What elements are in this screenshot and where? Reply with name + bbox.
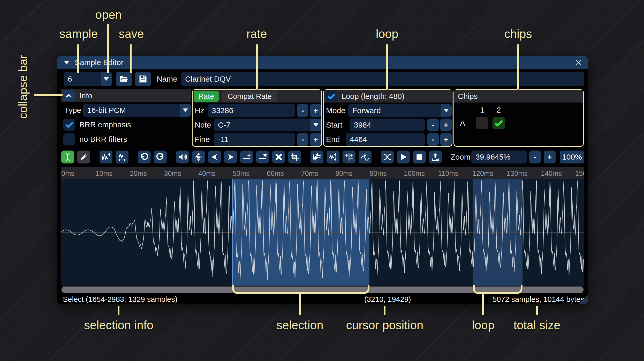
timeline-ruler[interactable]: 0ms10ms20ms30ms40ms50ms60ms70ms80ms90ms1…: [61, 167, 584, 179]
loop-end-input[interactable]: 4464: [346, 133, 425, 146]
waveform-canvas[interactable]: [61, 179, 584, 286]
stop-icon: [415, 153, 424, 161]
pencil-icon: [79, 153, 88, 161]
annotation-save: save: [119, 27, 144, 41]
toolbar-button-resize[interactable]: [100, 151, 112, 163]
window-collapse-icon[interactable]: [64, 61, 70, 65]
toolbar-button-apply-filter[interactable]: [359, 151, 372, 163]
fine-input[interactable]: -11: [214, 133, 295, 146]
annotation-loop-bottom: loop: [472, 318, 495, 332]
rate-tab-button[interactable]: Rate: [194, 91, 219, 102]
fine-plus-button[interactable]: +: [310, 133, 321, 146]
toolbar-button-insert-silence[interactable]: [240, 151, 253, 163]
zoom-reset-button[interactable]: 100%: [560, 151, 584, 163]
toolbar-button-undo[interactable]: [138, 151, 151, 163]
compat-rate-tab-button[interactable]: Compat Rate: [222, 91, 277, 102]
collapse-info-button[interactable]: [63, 90, 75, 101]
hz-input[interactable]: 33286: [208, 104, 295, 117]
check-icon: [494, 119, 503, 128]
toolbar-button-resample[interactable]: [116, 151, 128, 163]
sample-number-value: 6: [64, 72, 101, 86]
chevron-down-icon[interactable]: [180, 104, 191, 117]
chevron-down-icon[interactable]: [310, 119, 321, 131]
toolbar-button-fade-in[interactable]: [208, 151, 221, 163]
hz-minus-button[interactable]: -: [297, 104, 308, 117]
chip-a1-checkbox[interactable]: [476, 117, 488, 129]
hz-plus-button[interactable]: +: [310, 104, 321, 117]
save-sample-button[interactable]: [135, 72, 151, 86]
open-sample-button[interactable]: [116, 72, 132, 86]
chevron-down-icon[interactable]: [101, 72, 112, 86]
chevron-down-icon[interactable]: [441, 104, 452, 117]
annotation-line: [536, 306, 538, 315]
insert-silence-icon: [242, 153, 251, 161]
toolbar-button-signed-unsigned[interactable]: [343, 151, 355, 163]
toolbar-button-fade-out[interactable]: [224, 151, 237, 163]
window-title: Sample Editor: [75, 58, 123, 67]
annotation-loop: loop: [376, 27, 398, 41]
zoom-label: Zoom: [451, 151, 471, 163]
toolbar-button-preview[interactable]: [397, 151, 410, 163]
scrollbar-track[interactable]: [61, 286, 584, 293]
toolbar-button-stop-preview[interactable]: [413, 151, 426, 163]
annotation-selection: selection: [276, 318, 323, 332]
ruler-tick: 110ms: [438, 170, 459, 178]
loop-mode-select[interactable]: Forward: [348, 104, 452, 117]
chip-a2-checkbox[interactable]: [493, 117, 505, 129]
toolbar-button-invert[interactable]: [327, 151, 339, 163]
toolbar-button-amplify[interactable]: [176, 151, 189, 163]
loop-end-plus-button[interactable]: +: [440, 133, 452, 146]
toolbar-button-normalize[interactable]: [192, 151, 205, 163]
toolbar-button-trim[interactable]: [288, 151, 301, 163]
annotation-rate: rate: [246, 27, 267, 41]
sample-name-input[interactable]: Clarinet DQV: [181, 72, 584, 86]
toolbar-button-redo[interactable]: [154, 151, 167, 163]
loop-end-minus-button[interactable]: -: [427, 133, 439, 146]
annotation-sample: sample: [59, 27, 98, 41]
toolbar-button-reverse[interactable]: [310, 151, 323, 163]
close-button[interactable]: [573, 57, 584, 68]
annotation-line: [118, 306, 119, 315]
toolbar-button-apply-silence[interactable]: [256, 151, 269, 163]
upload-icon: [431, 153, 440, 161]
zoom-in-button[interactable]: +: [544, 151, 556, 163]
toolbar-button-select-mode[interactable]: [61, 151, 74, 163]
fade-in-icon: [210, 153, 219, 161]
brr-emphasis-checkbox[interactable]: [63, 119, 75, 131]
info-panel: Info Type 16-bit PCM BRR emphasis n: [61, 89, 191, 147]
waveform-display[interactable]: [61, 179, 584, 286]
resize-icon: [102, 153, 110, 161]
reverse-icon: [313, 153, 321, 161]
sample-name-value: Clarinet DQV: [185, 75, 231, 83]
loop-start-minus-button[interactable]: -: [427, 119, 439, 131]
note-select[interactable]: C-7: [214, 119, 321, 131]
status-separator: [361, 295, 361, 303]
no-brr-filters-checkbox[interactable]: [63, 133, 75, 145]
loop-mode-label: Mode: [326, 104, 345, 117]
sample-type-select[interactable]: 16-bit PCM: [83, 104, 191, 117]
title-bar[interactable]: Sample Editor: [57, 56, 588, 69]
note-value: C-7: [214, 119, 310, 131]
toolbar-button-crossfade-loop[interactable]: [381, 151, 394, 163]
sample-number-select[interactable]: 6: [64, 72, 112, 86]
zoom-input[interactable]: 39.9645%: [471, 151, 527, 163]
toolbar-button-delete[interactable]: [272, 151, 285, 163]
rate-header: Rate Compat Rate: [193, 90, 321, 103]
toolbar-button-draw-mode[interactable]: [77, 151, 90, 163]
loop-start-plus-button[interactable]: +: [440, 119, 452, 131]
loop-start-input[interactable]: 3984: [350, 119, 425, 131]
fine-minus-button[interactable]: -: [297, 133, 308, 146]
toolbar-button-create-wavetable[interactable]: [429, 151, 442, 163]
chips-title: Chips: [458, 92, 478, 101]
ruler-tick: 130ms: [507, 170, 528, 178]
loop-enable-checkbox[interactable]: [325, 90, 337, 102]
text-caret: [368, 135, 368, 144]
ruler-tick: 0ms: [61, 170, 74, 178]
type-label: Type: [64, 104, 81, 117]
resize-grip-icon[interactable]: [579, 295, 588, 304]
chevron-up-icon: [65, 92, 72, 99]
zoom-out-button[interactable]: -: [529, 151, 541, 163]
cursor-position-text: (3210, 19429): [364, 295, 411, 304]
scrollbar-thumb[interactable]: [62, 287, 583, 293]
info-title: Info: [79, 91, 92, 100]
